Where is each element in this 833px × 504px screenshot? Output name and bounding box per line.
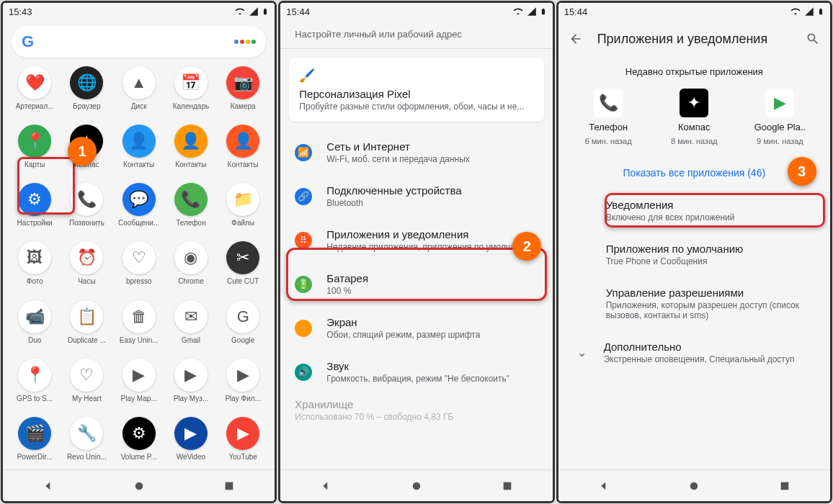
nav-recents[interactable] [499,478,515,494]
app-Gmail[interactable]: ✉Gmail [165,300,217,350]
app-Google[interactable]: GGoogle [217,300,269,350]
search-icon[interactable] [806,32,820,46]
app-Часы[interactable]: ⏰Часы [61,241,112,291]
app-Revo Unin...[interactable]: 🔧Revo Unin... [61,417,112,467]
app-Volume P...[interactable]: ⚙Volume P... [113,417,165,467]
status-bar: 15:43 [3,3,275,20]
more-row[interactable]: ⌄ Дополнительно Экстренные оповещения, С… [558,330,830,374]
app-Файлы[interactable]: 📁Файлы [217,183,269,233]
setting-title: Сеть и Интернет [326,140,538,153]
nav-back[interactable] [596,478,612,494]
app-Контакты[interactable]: 👤Контакты [165,125,217,174]
app-YouTube[interactable]: ▶YouTube [217,417,269,467]
app-Компас[interactable]: ✦Компас [61,125,112,174]
chevron-down-icon: ⌄ [577,346,587,359]
app-icon: ♡ [122,241,156,274]
app-label: Файлы [231,219,254,227]
recent-app[interactable]: 📞Телефон6 мин. назад [572,89,644,145]
setting-sub: Громкость, вибрация, режим "Не беспокоит… [326,374,538,384]
app-icon: 📹 [18,300,51,333]
app-Play Фил...[interactable]: ▶Play Фил... [217,359,269,408]
settings-row[interactable]: Приложения по умолчаниюTrue Phone и Сооб… [558,233,830,276]
assistant-icon[interactable] [234,40,256,44]
nav-bar [3,469,275,501]
app-label: Cute CUT [227,277,259,285]
app-label: Карты [24,161,45,168]
app-Сообщени...[interactable]: 💬Сообщени... [113,183,165,233]
google-logo: G [22,32,34,51]
app-Play Муз...[interactable]: ▶Play Муз... [165,359,217,408]
nav-recents[interactable] [221,478,237,494]
app-Easy Unin...[interactable]: 🗑Easy Unin... [113,300,165,350]
app-Диск[interactable]: ▲Диск [113,66,165,116]
app-label: Play Мар... [121,395,157,402]
screen-app-drawer: 15:43 G ❤️Артериал...🌐Браузер▲Диск📅Кален… [3,3,275,501]
page-title: Приложения и уведомления [597,32,791,47]
app-Телефон[interactable]: 📞Телефон [165,183,217,233]
app-icon: 💬 [122,183,156,216]
app-Камера[interactable]: 📷Камера [217,66,269,116]
settings-row[interactable]: Управление разрешениямиПриложения, котор… [558,276,830,330]
app-bpresso[interactable]: ♡bpresso [113,241,165,291]
app-My Heart[interactable]: ♡My Heart [61,359,112,408]
setting-sub: Обои, спящий режим, размер шрифта [326,330,538,340]
nav-back[interactable] [40,478,56,494]
app-Карты[interactable]: 📍Карты [9,125,61,174]
nav-home[interactable] [131,478,147,494]
app-Браузер[interactable]: 🌐Браузер [61,66,112,116]
recent-app[interactable]: ✦Компас8 мин. назад [658,89,730,145]
app-PowerDir...[interactable]: 🎬PowerDir... [9,417,61,467]
app-Play Мар...[interactable]: ▶Play Мар... [113,359,165,408]
setting-icon: 📶 [295,144,312,161]
signal-icon [527,6,537,17]
app-Позвонить[interactable]: 📞Позвонить [61,183,112,233]
storage-row[interactable]: Хранилище Использовано 70 % – свободно 4… [280,394,552,426]
app-label: Google [231,336,254,344]
status-icons [234,6,269,17]
app-Артериал...[interactable]: ❤️Артериал... [9,66,61,116]
clock: 15:43 [9,6,32,17]
nav-back[interactable] [318,478,334,494]
clock: 15:44 [564,6,588,17]
nav-recents[interactable] [777,478,793,494]
app-Duo[interactable]: 📹Duo [9,300,61,350]
show-all-apps[interactable]: Показать все приложения (46) [558,157,830,189]
setting-sub: Bluetooth [326,198,538,208]
app-grid: ❤️Артериал...🌐Браузер▲Диск📅Календарь📷Кам… [3,63,275,469]
app-WeVideo[interactable]: ▶WeVideo [165,417,217,467]
app-Фото[interactable]: 🖼Фото [9,241,61,291]
app-GPS to S...[interactable]: 📍GPS to S... [9,359,61,408]
app-label: Easy Unin... [120,336,159,344]
settings-row[interactable]: УведомленияВключено для всех приложений [558,189,830,233]
hint-row[interactable]: Настройте личный или рабочий адрес [280,26,552,49]
app-label: GPS to S... [17,395,53,402]
app-label: Duo [28,336,41,344]
back-icon[interactable] [569,32,583,46]
pixel-card[interactable]: 🖌️ Персонализация Pixel Пробуйте разные … [289,58,543,122]
app-Cute CUT[interactable]: ✂Cute CUT [217,241,269,291]
app-Настройки[interactable]: ⚙Настройки [9,183,61,233]
app-icon: 📋 [70,300,103,333]
app-icon: G [226,300,259,333]
setting-row[interactable]: ⠿Приложения и уведомленияНедавние прилож… [280,218,552,262]
app-Контакты[interactable]: 👤Контакты [217,125,269,174]
app-label: Часы [78,277,95,285]
app-icon: 🗑 [122,300,156,333]
app-icon: ✂ [226,241,259,274]
setting-row[interactable]: 🔆ЭкранОбои, спящий режим, размер шрифта [280,306,552,350]
app-Календарь[interactable]: 📅Календарь [165,66,217,116]
setting-row[interactable]: 📶Сеть и ИнтернетWi-Fi, моб. сети и перед… [280,130,552,174]
app-Chrome[interactable]: ◉Chrome [165,241,217,291]
svg-point-2 [413,482,421,490]
setting-row[interactable]: 🔗Подключенные устройстваBluetooth [280,174,552,218]
app-icon: ▶ [226,417,259,450]
app-Контакты[interactable]: 👤Контакты [113,125,165,174]
search-bar[interactable]: G [12,26,266,58]
nav-home[interactable] [409,478,424,494]
app-Duplicate ...[interactable]: 📋Duplicate ... [61,300,112,350]
status-bar: 15:44 [280,3,552,20]
nav-home[interactable] [686,478,702,494]
setting-row[interactable]: 🔋Батарея100 % [280,262,552,306]
setting-row[interactable]: 🔊ЗвукГромкость, вибрация, режим "Не бесп… [280,350,552,394]
recent-app[interactable]: ▶Google Pla..9 мин. назад [744,89,816,145]
